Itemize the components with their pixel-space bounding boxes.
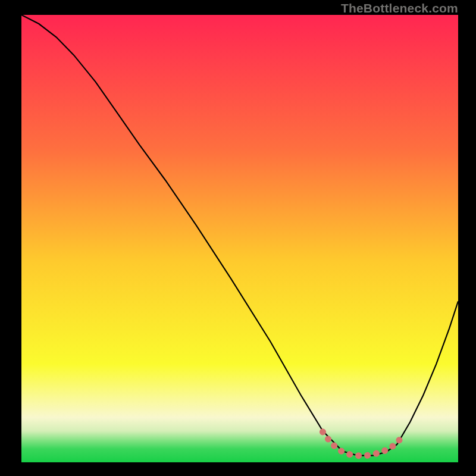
watermark-text: TheBottleneck.com	[341, 1, 458, 15]
chart-frame: TheBottleneck.com	[0, 0, 476, 476]
chart-svg	[21, 15, 458, 462]
chart-background	[21, 15, 458, 462]
chart-plot-area	[21, 15, 458, 462]
